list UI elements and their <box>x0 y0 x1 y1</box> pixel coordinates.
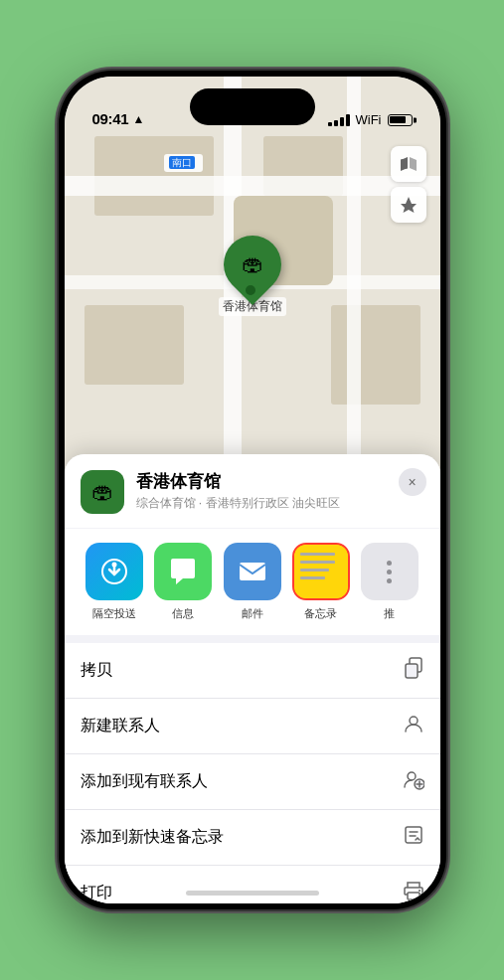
svg-point-7 <box>408 772 416 780</box>
share-app-messages[interactable]: 信息 <box>149 543 218 621</box>
share-app-airdrop[interactable]: 隔空投送 <box>81 543 149 621</box>
messages-icon <box>154 543 212 600</box>
map-view-button[interactable] <box>391 146 426 182</box>
map-area[interactable]: 南口 <box>65 77 440 494</box>
home-indicator <box>186 891 319 896</box>
add-contact-icon <box>403 768 424 795</box>
venue-name: 香港体育馆 <box>136 470 424 493</box>
battery-icon <box>388 114 413 126</box>
venue-description: 综合体育馆 · 香港特别行政区 油尖旺区 <box>136 495 424 512</box>
close-button[interactable]: × <box>399 468 426 496</box>
location-button[interactable] <box>391 187 426 223</box>
print-icon <box>403 880 424 903</box>
location-icon: ▲ <box>132 112 144 126</box>
quick-note-icon <box>403 824 424 851</box>
wifi-icon: WiFi <box>356 112 382 127</box>
phone-screen: 09:41 ▲ WiFi <box>65 77 440 903</box>
svg-rect-10 <box>408 893 420 899</box>
location-marker: 🏟 香港体育馆 <box>219 236 286 316</box>
dynamic-island <box>190 88 315 125</box>
mail-label: 邮件 <box>242 606 263 621</box>
svg-point-11 <box>419 890 420 892</box>
copy-icon <box>403 657 424 684</box>
venue-header: 🏟 香港体育馆 综合体育馆 · 香港特别行政区 油尖旺区 × <box>65 454 440 528</box>
notes-icon <box>292 543 350 600</box>
mail-icon <box>224 543 281 600</box>
action-quick-note-label: 添加到新快速备忘录 <box>81 827 224 848</box>
svg-rect-5 <box>406 664 418 678</box>
more-icon <box>361 543 419 600</box>
messages-label: 信息 <box>172 606 194 621</box>
bottom-sheet: 🏟 香港体育馆 综合体育馆 · 香港特别行政区 油尖旺区 × <box>65 454 440 903</box>
action-add-quick-note[interactable]: 添加到新快速备忘录 <box>65 810 440 866</box>
action-add-existing[interactable]: 添加到现有联系人 <box>65 754 440 810</box>
share-app-more[interactable]: 推 <box>355 543 423 621</box>
svg-point-6 <box>410 717 418 725</box>
phone-frame: 09:41 ▲ WiFi <box>59 71 446 909</box>
action-print-label: 打印 <box>81 883 112 903</box>
share-app-mail[interactable]: 邮件 <box>218 543 286 621</box>
share-app-notes[interactable]: 备忘录 <box>286 543 355 621</box>
action-new-contact-label: 新建联系人 <box>81 716 160 736</box>
action-list: 拷贝 新建联系人 <box>65 643 440 903</box>
svg-rect-3 <box>240 563 265 580</box>
action-print[interactable]: 打印 <box>65 866 440 903</box>
action-copy[interactable]: 拷贝 <box>65 643 440 699</box>
status-icons: WiFi <box>328 112 413 127</box>
airdrop-icon <box>85 543 143 600</box>
map-controls <box>391 146 426 227</box>
airdrop-label: 隔空投送 <box>92 606 136 621</box>
status-time: 09:41 <box>92 110 129 127</box>
signal-bars <box>328 114 350 126</box>
more-label: 推 <box>384 606 395 621</box>
new-contact-icon <box>403 713 424 739</box>
notes-label: 备忘录 <box>304 606 337 621</box>
action-new-contact[interactable]: 新建联系人 <box>65 699 440 754</box>
action-add-existing-label: 添加到现有联系人 <box>81 771 208 792</box>
share-row: 隔空投送 信息 <box>65 529 440 635</box>
action-copy-label: 拷贝 <box>81 660 112 681</box>
venue-icon: 🏟 <box>81 470 124 514</box>
svg-point-2 <box>112 563 117 568</box>
map-label: 南口 <box>164 154 203 172</box>
